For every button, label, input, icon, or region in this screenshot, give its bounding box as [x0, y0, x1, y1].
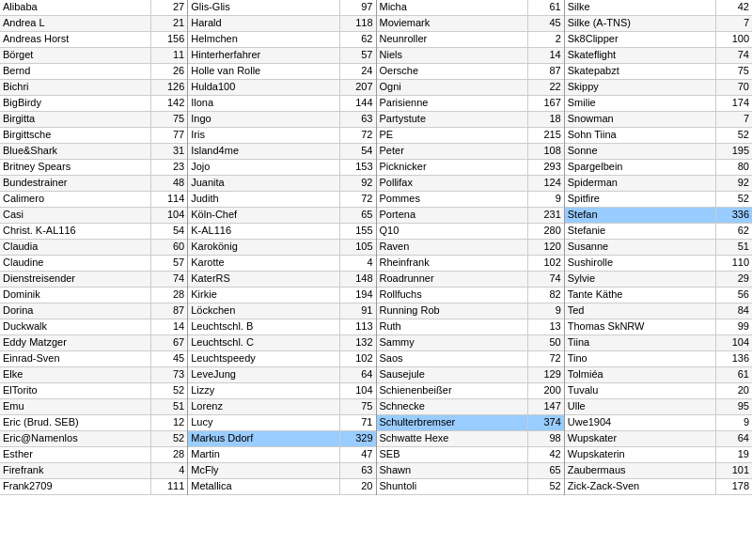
- entry-number: 27: [151, 0, 187, 15]
- table-row: Silke (A-TNS)7: [565, 16, 752, 32]
- entry-number: 21: [151, 16, 187, 31]
- entry-name: Island4me: [188, 144, 339, 159]
- entry-name: Dienstreisender: [0, 272, 151, 287]
- entry-name: KaterRS: [188, 272, 339, 287]
- entry-name: Casi: [0, 208, 151, 223]
- entry-number: 97: [340, 0, 376, 15]
- entry-name: Tolmiéa: [565, 367, 716, 382]
- entry-name: Ted: [565, 303, 716, 319]
- entry-number: 57: [340, 48, 376, 63]
- entry-number: 7: [716, 112, 752, 127]
- entry-name: Esther: [0, 447, 151, 462]
- entry-name: SEB: [377, 447, 528, 462]
- entry-name: Hulda100: [188, 80, 339, 95]
- table-row: Holle van Rolle24: [188, 64, 375, 80]
- table-row: Niels14: [377, 48, 564, 64]
- table-row: Firefrank4: [0, 463, 187, 479]
- table-row: Schwatte Hexe98: [377, 431, 564, 447]
- table-row: Leuchtspeedy102: [188, 351, 375, 367]
- table-row: Metallica20: [188, 479, 375, 495]
- entry-number: 70: [716, 80, 752, 95]
- entry-number: 31: [151, 144, 187, 159]
- entry-name: Leuchtschl. B: [188, 319, 339, 334]
- entry-name: Stefanie: [565, 224, 716, 239]
- entry-name: Einrad-Sven: [0, 351, 151, 366]
- entry-number: 29: [716, 272, 752, 287]
- table-row: SEB42: [377, 447, 564, 463]
- table-row: Snowman7: [565, 112, 752, 128]
- entry-number: 144: [340, 96, 376, 111]
- entry-number: 105: [340, 240, 376, 255]
- entry-number: 14: [528, 48, 564, 63]
- entry-name: Claudine: [0, 256, 151, 271]
- entry-name: Lorenz: [188, 399, 339, 414]
- table-row: Bichri126: [0, 80, 187, 96]
- table-row: Rheinfrank102: [377, 256, 564, 272]
- table-row: Wupskater64: [565, 431, 752, 447]
- entry-name: Sohn Tiina: [565, 128, 716, 143]
- table-row: Schienenbeißer200: [377, 383, 564, 399]
- entry-number: 42: [716, 0, 752, 15]
- entry-name: Ilona: [188, 96, 339, 111]
- entry-number: 72: [340, 128, 376, 143]
- table-row: Pollifax124: [377, 176, 564, 192]
- table-row: Schulterbremser374: [377, 415, 564, 431]
- entry-name: Zick-Zack-Sven: [565, 479, 716, 494]
- entry-number: 207: [340, 80, 376, 95]
- entry-number: 14: [151, 319, 187, 334]
- entry-name: Schnecke: [377, 399, 528, 414]
- entry-number: 174: [716, 96, 752, 111]
- entry-name: Spiderman: [565, 176, 716, 191]
- entry-number: 87: [528, 64, 564, 79]
- entry-number: 129: [528, 367, 564, 382]
- entry-name: Pommes: [377, 192, 528, 207]
- entry-number: 50: [528, 335, 564, 350]
- entry-name: Ingo: [188, 112, 339, 127]
- table-row: Eric@Namenlos52: [0, 431, 187, 447]
- entry-name: Birgitta: [0, 112, 151, 127]
- entry-number: 26: [151, 64, 187, 79]
- table-row: Dienstreisender74: [0, 272, 187, 288]
- table-row: Börget11: [0, 48, 187, 64]
- table-row: Leuchtschl. C132: [188, 335, 375, 351]
- table-row: Stefanie62: [565, 224, 752, 240]
- column-0: Alibaba27Andrea L21Andreas Horst156Börge…: [0, 0, 188, 495]
- entry-number: 100: [716, 32, 752, 47]
- entry-name: LeveJung: [188, 367, 339, 382]
- entry-number: 178: [716, 479, 752, 494]
- entry-number: 142: [151, 96, 187, 111]
- entry-number: 114: [151, 192, 187, 207]
- entry-number: 75: [340, 399, 376, 414]
- table-row: Claudine57: [0, 256, 187, 272]
- entry-name: BigBirdy: [0, 96, 151, 111]
- entry-name: Köln-Chef: [188, 208, 339, 223]
- entry-number: 52: [151, 431, 187, 446]
- table-row: Sonne195: [565, 144, 752, 160]
- table-row: Wupskaterin19: [565, 447, 752, 463]
- table-row: Oersche87: [377, 64, 564, 80]
- table-row: Sk8Clipper100: [565, 32, 752, 48]
- entry-name: Shuntoli: [377, 479, 528, 494]
- table-row: Kirkie194: [188, 288, 375, 303]
- entry-name: Picknicker: [377, 160, 528, 175]
- entry-name: Karokönig: [188, 240, 339, 255]
- table-row: Lorenz75: [188, 399, 375, 415]
- entry-name: Silke: [565, 0, 716, 15]
- table-row: Juanita92: [188, 176, 375, 192]
- entry-number: 52: [528, 479, 564, 494]
- table-row: Spiderman92: [565, 176, 752, 192]
- entry-number: 64: [340, 367, 376, 382]
- column-1: Glis-Glis97Harald118Helmchen62Hinterherf…: [188, 0, 376, 495]
- entry-number: 374: [528, 415, 564, 430]
- table-row: Esther28: [0, 447, 187, 463]
- entry-number: 9: [528, 192, 564, 207]
- entry-name: Oersche: [377, 64, 528, 79]
- entry-name: Wupskaterin: [565, 447, 716, 462]
- entry-name: Metallica: [188, 479, 339, 494]
- table-row: McFly63: [188, 463, 375, 479]
- table-row: Andrea L21: [0, 16, 187, 32]
- table-row: Löckchen91: [188, 303, 375, 319]
- entry-name: Tuvalu: [565, 383, 716, 398]
- entry-number: 87: [151, 303, 187, 319]
- table-row: Skateflight74: [565, 48, 752, 64]
